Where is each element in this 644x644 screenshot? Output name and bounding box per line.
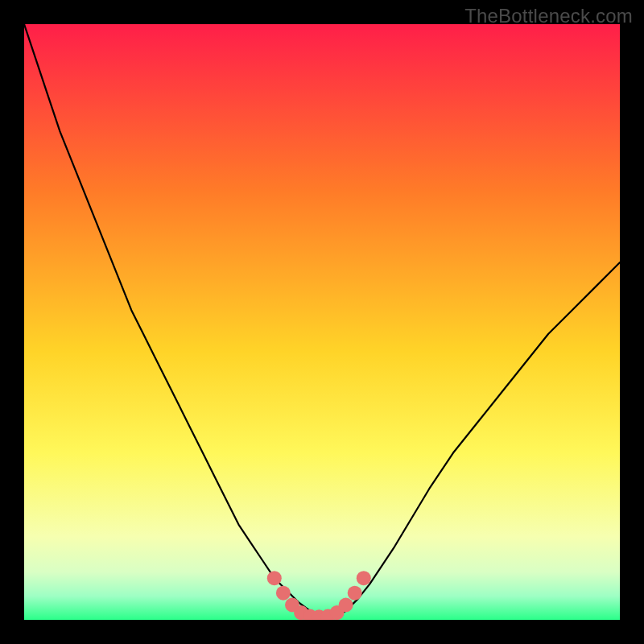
- plot-svg: [24, 24, 620, 620]
- curve-marker: [276, 586, 291, 601]
- watermark-text: TheBottleneck.com: [464, 5, 633, 27]
- gradient-background: [24, 24, 620, 620]
- curve-marker: [348, 586, 362, 601]
- curve-marker: [339, 598, 353, 613]
- chart-frame: TheBottleneck.com: [0, 0, 644, 644]
- curve-marker: [357, 571, 371, 585]
- bottleneck-plot: [24, 24, 620, 620]
- curve-marker: [267, 571, 282, 585]
